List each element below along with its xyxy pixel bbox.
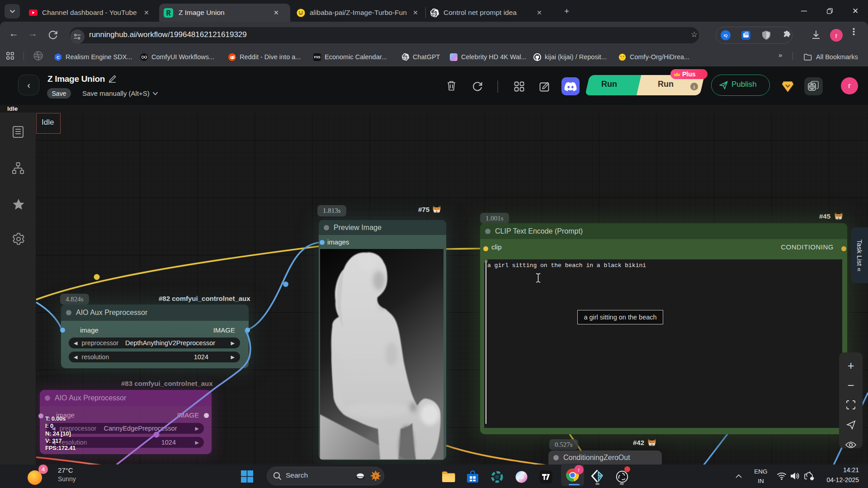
svg-text:C: C xyxy=(57,55,60,60)
